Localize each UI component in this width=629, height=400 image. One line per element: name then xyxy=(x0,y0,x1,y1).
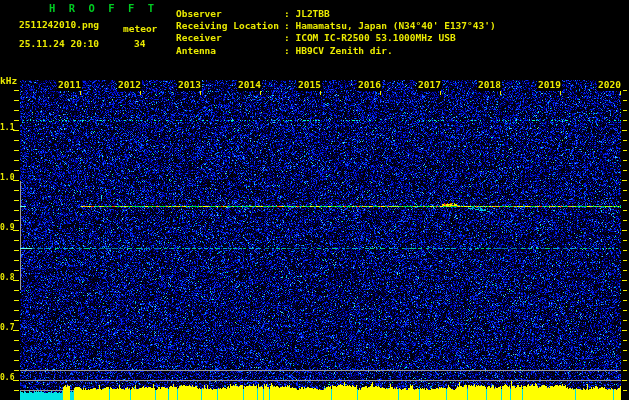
spectrogram-canvas xyxy=(0,0,629,400)
freq-tick-label: 0.7 xyxy=(0,324,13,332)
meteor-count: 34 xyxy=(134,39,145,49)
station-info-row: Receiving Location: Hamamatsu, Japan (N3… xyxy=(176,20,496,32)
app-title: H R O F F T xyxy=(49,3,158,14)
station-info-label: Observer xyxy=(176,8,284,20)
hrofft-window: H R O F F T 2511242010.png meteor 25.11.… xyxy=(0,0,629,400)
freq-tick-label: 0.8 xyxy=(0,274,13,282)
freq-tick-label: 1.0 xyxy=(0,174,13,182)
time-tick-label: 2017 xyxy=(417,80,442,90)
time-tick-label: 2015 xyxy=(297,80,322,90)
station-info-label: Antenna xyxy=(176,45,284,57)
time-tick-label: 2018 xyxy=(477,80,502,90)
time-tick-label: 2012 xyxy=(117,80,142,90)
station-info-label: Receiver xyxy=(176,32,284,44)
station-info-label: Receiving Location xyxy=(176,20,284,32)
station-info-value: HB9CV Zenith dir. xyxy=(295,45,392,56)
time-tick-label: 2019 xyxy=(537,80,562,90)
time-tick-label: 2011 xyxy=(57,80,82,90)
frequency-axis-unit: kHz xyxy=(0,76,17,86)
station-info-row: Observer: JL2TBB xyxy=(176,8,496,20)
station-info-row: Antenna: HB9CV Zenith dir. xyxy=(176,45,496,57)
time-tick-label: 2014 xyxy=(237,80,262,90)
station-info-row: Receiver: ICOM IC-R2500 53.1000MHz USB xyxy=(176,32,496,44)
station-info-value: JL2TBB xyxy=(295,8,329,19)
freq-tick-label: 1.1 xyxy=(0,124,13,132)
station-info-separator: : xyxy=(284,20,295,31)
time-tick-label: 2020 xyxy=(597,80,622,90)
station-info: Observer: JL2TBBReceiving Location: Hama… xyxy=(176,8,496,58)
freq-tick-label: 0.9 xyxy=(0,224,13,232)
time-tick-label: 2016 xyxy=(357,80,382,90)
station-info-value: ICOM IC-R2500 53.1000MHz USB xyxy=(295,32,455,43)
filename-label: 2511242010.png xyxy=(19,20,99,30)
station-info-separator: : xyxy=(284,32,295,43)
station-info-value: Hamamatsu, Japan (N34°40' E137°43') xyxy=(295,20,495,31)
mode-label: meteor xyxy=(123,24,157,34)
datetime-label: 25.11.24 20:10 xyxy=(19,39,99,49)
station-info-separator: : xyxy=(284,45,295,56)
freq-tick-label: 0.6 xyxy=(0,374,13,382)
time-tick-label: 2013 xyxy=(177,80,202,90)
station-info-separator: : xyxy=(284,8,295,19)
